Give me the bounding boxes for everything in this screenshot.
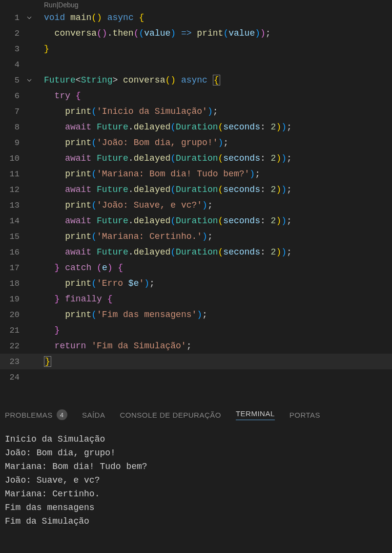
code-content[interactable]: await Future.delayed(Duration(seconds: 2… [34, 185, 292, 194]
code-line[interactable]: 6 try { [0, 88, 392, 104]
line-number: 10 [0, 154, 24, 163]
tab-problems[interactable]: PROBLEMAS 4 [5, 409, 67, 420]
line-number: 16 [0, 248, 24, 257]
code-content[interactable]: print('João: Suave, e vc?'); [34, 200, 213, 210]
code-line[interactable]: 5 Future<String> conversa() async { [0, 72, 392, 88]
line-number: 22 [0, 341, 24, 351]
code-content[interactable]: await Future.delayed(Duration(seconds: 2… [34, 122, 292, 132]
line-number: 15 [0, 232, 24, 241]
code-content[interactable]: await Future.delayed(Duration(seconds: 2… [34, 153, 292, 163]
line-number: 19 [0, 295, 24, 304]
tab-problems-label: PROBLEMAS [5, 411, 53, 419]
code-line[interactable]: 1 void main() async { [0, 10, 392, 25]
line-number: 6 [0, 91, 24, 101]
line-number: 23 [0, 357, 24, 366]
code-line[interactable]: 19 } finally { [0, 291, 392, 307]
code-line[interactable]: 22 return 'Fim da Simulação'; [0, 338, 392, 354]
code-content[interactable]: } [34, 44, 49, 54]
code-line[interactable]: 2 conversa().then((value) => print(value… [0, 25, 392, 41]
line-number: 3 [0, 44, 24, 54]
panel-tabs: PROBLEMAS 4 SAÍDA CONSOLE DE DEPURAÇÃO T… [0, 404, 392, 425]
code-line[interactable]: 9 print('João: Bom dia, grupo!'); [0, 135, 392, 150]
tab-terminal[interactable]: TERMINAL [236, 409, 275, 420]
line-number: 1 [0, 13, 24, 22]
code-line[interactable]: 24 [0, 369, 392, 385]
problems-count-badge: 4 [57, 409, 67, 420]
code-line[interactable]: 4 [0, 57, 392, 72]
tab-ports[interactable]: PORTAS [289, 411, 320, 419]
code-line[interactable]: 12 await Future.delayed(Duration(seconds… [0, 182, 392, 197]
code-content[interactable]: conversa().then((value) => print(value))… [34, 28, 271, 38]
line-number: 13 [0, 201, 24, 210]
code-line[interactable]: 20 print('Fim das mensagens'); [0, 307, 392, 322]
line-number: 2 [0, 29, 24, 38]
editor-area: Run | Debug 1 void main() async { 2 conv… [0, 0, 392, 385]
code-line[interactable]: 23 } [0, 354, 392, 369]
line-number: 11 [0, 170, 24, 179]
code-line[interactable]: 10 await Future.delayed(Duration(seconds… [0, 150, 392, 166]
tab-debug-console[interactable]: CONSOLE DE DEPURAÇÃO [120, 411, 221, 419]
code-content[interactable]: print('Inicio da Simulação'); [34, 106, 218, 116]
code-content[interactable]: } catch (e) { [34, 263, 123, 273]
line-number: 20 [0, 310, 24, 319]
line-number: 4 [0, 60, 24, 69]
terminal-output[interactable]: Inicio da Simulação João: Bom dia, grupo… [0, 425, 392, 535]
code-lens: Run | Debug [0, 0, 392, 10]
tab-ports-label: PORTAS [289, 411, 320, 419]
code-content[interactable]: } finally { [34, 294, 112, 304]
fold-icon[interactable] [24, 14, 34, 21]
tab-output[interactable]: SAÍDA [82, 411, 105, 419]
terminal-line: Fim das mensagens [5, 501, 387, 514]
code-line[interactable]: 11 print('Mariana: Bom dia! Tudo bem?'); [0, 166, 392, 182]
line-number: 9 [0, 138, 24, 148]
code-content[interactable]: void main() async { [34, 13, 144, 22]
panel-area: PROBLEMAS 4 SAÍDA CONSOLE DE DEPURAÇÃO T… [0, 404, 392, 535]
codelens-debug[interactable]: Debug [58, 1, 78, 9]
terminal-line: Inicio da Simulação [5, 432, 387, 446]
code-content[interactable]: } [34, 325, 60, 335]
code-line[interactable]: 17 } catch (e) { [0, 260, 392, 276]
line-number: 12 [0, 185, 24, 194]
line-number: 24 [0, 373, 24, 382]
code-line[interactable]: 16 await Future.delayed(Duration(seconds… [0, 244, 392, 260]
code-content[interactable]: try { [34, 91, 81, 101]
code-line[interactable]: 7 print('Inicio da Simulação'); [0, 104, 392, 119]
code-content[interactable]: print('Mariana: Bom dia! Tudo bem?'); [34, 169, 260, 179]
line-number: 17 [0, 263, 24, 273]
line-number: 21 [0, 326, 24, 335]
code-content[interactable]: Future<String> conversa() async { [34, 75, 220, 85]
terminal-line: João: Suave, e vc? [5, 473, 387, 487]
terminal-line: Mariana: Certinho. [5, 487, 387, 501]
code-line[interactable]: 21 } [0, 322, 392, 338]
code-line[interactable]: 13 print('João: Suave, e vc?'); [0, 197, 392, 213]
line-number: 5 [0, 76, 24, 85]
code-line[interactable]: 14 await Future.delayed(Duration(seconds… [0, 213, 392, 229]
code-line[interactable]: 15 print('Mariana: Certinho.'); [0, 229, 392, 244]
tab-output-label: SAÍDA [82, 411, 105, 419]
code-content[interactable]: print('João: Bom dia, grupo!'); [34, 138, 228, 148]
code-line[interactable]: 8 await Future.delayed(Duration(seconds:… [0, 119, 392, 135]
code-content[interactable]: return 'Fim da Simulação'; [34, 341, 191, 351]
code-content[interactable]: await Future.delayed(Duration(seconds: 2… [34, 216, 292, 226]
code-content[interactable]: } [34, 357, 51, 366]
code-content[interactable]: await Future.delayed(Duration(seconds: 2… [34, 247, 292, 257]
codelens-run[interactable]: Run [44, 1, 57, 9]
line-number: 8 [0, 123, 24, 132]
tab-terminal-label: TERMINAL [236, 409, 275, 418]
line-number: 7 [0, 107, 24, 116]
code-line[interactable]: 18 print('Erro $e'); [0, 276, 392, 291]
line-number: 18 [0, 279, 24, 288]
line-number: 14 [0, 216, 24, 226]
code-content[interactable]: print('Mariana: Certinho.'); [34, 232, 213, 241]
fold-icon[interactable] [24, 77, 34, 84]
terminal-line: Mariana: Bom dia! Tudo bem? [5, 460, 387, 473]
tab-debug-console-label: CONSOLE DE DEPURAÇÃO [120, 411, 221, 419]
code-content[interactable]: print('Fim das mensagens'); [34, 310, 207, 319]
terminal-line: João: Bom dia, grupo! [5, 446, 387, 460]
terminal-line: Fim da Simulação [5, 514, 387, 528]
code-line[interactable]: 3 } [0, 41, 392, 57]
code-content[interactable]: print('Erro $e'); [34, 278, 155, 288]
